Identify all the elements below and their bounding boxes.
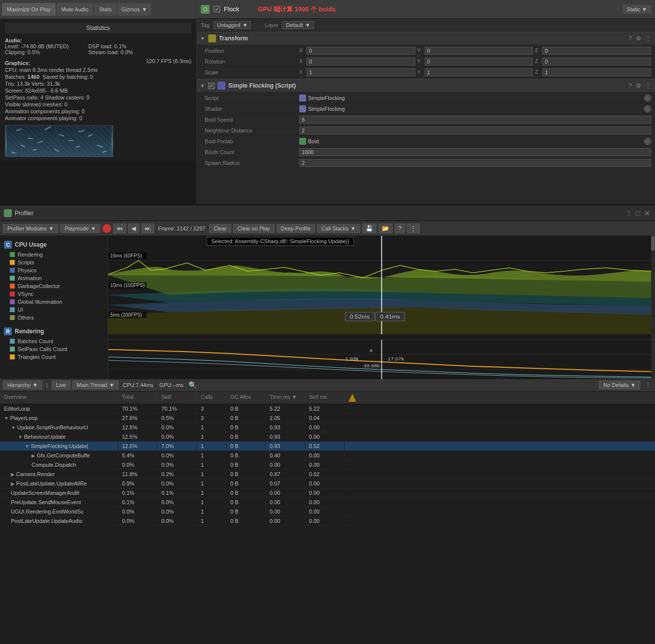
- transform-help-button[interactable]: ?: [627, 35, 633, 42]
- legend-item-ui[interactable]: UI: [0, 306, 108, 314]
- legend-item-physics[interactable]: Physics: [0, 266, 108, 274]
- table-row[interactable]: ▶ Camera.Render 11.8% 0.2% 1 0 B 0.87 0.…: [0, 470, 655, 479]
- profiler-close-button[interactable]: ✕: [643, 209, 651, 217]
- no-details-button[interactable]: No Details ▼: [599, 381, 640, 389]
- transform-menu-button[interactable]: ⋮: [644, 35, 652, 42]
- profiler-load-button[interactable]: 📂: [378, 224, 393, 233]
- script-target-icon[interactable]: ◎: [644, 95, 651, 101]
- table-row[interactable]: EditorLoop 70.1% 70.1% 3 0 B 5.22 5.22: [0, 404, 655, 414]
- scrollbar-thumb[interactable]: [651, 236, 655, 251]
- legend-item-animation[interactable]: Animation: [0, 274, 108, 282]
- table-row[interactable]: ▶ Gfx.GetComputeBuffe 5.4% 0.0% 1 0 B 0.…: [0, 451, 655, 460]
- col-calls[interactable]: Calls: [197, 392, 226, 404]
- row-timems: 5.22: [266, 404, 305, 413]
- profiler-chart-area[interactable]: Selected: Assembly-CSharp.dll!::SimpleFl…: [108, 236, 655, 379]
- script-menu-button[interactable]: ⋮: [644, 82, 652, 89]
- profiler-help-button[interactable]: ?: [395, 224, 405, 233]
- rendering-legend-item-setpass-calls-count[interactable]: SetPass Calls Count: [0, 345, 108, 353]
- skip-back-button[interactable]: ⏮: [113, 224, 126, 233]
- scale-x-input[interactable]: [307, 68, 415, 76]
- table-row[interactable]: UpdateScreenManagerAndIr 0.1% 0.1% 1 0 B…: [0, 488, 655, 498]
- transform-settings-button[interactable]: ⚙: [635, 35, 642, 42]
- thread-dropdown[interactable]: Main Thread ▼: [72, 381, 119, 389]
- transform-header[interactable]: ▼ Transform ? ⚙ ⋮: [197, 32, 655, 45]
- table-row[interactable]: UGUI.Rendering.EmitWorldSc 0.0% 0.0% 1 0…: [0, 507, 655, 516]
- step-back-button[interactable]: ◀: [128, 224, 139, 233]
- table-row[interactable]: ▼ SimpleFlocking.Update( 12.5% 7.0% 1 0 …: [0, 442, 655, 451]
- profiler-save-button[interactable]: 💾: [362, 224, 376, 233]
- active-checkbox[interactable]: [214, 6, 220, 12]
- cpu-chart[interactable]: 0.52ms 0.41ms 16ms (60FPS) 10ms (100FPS)…: [108, 236, 655, 339]
- live-button[interactable]: Live: [52, 381, 70, 389]
- profiler-menu-button[interactable]: ⋮: [624, 209, 633, 217]
- table-row[interactable]: ▼ Update.ScriptRunBehaviourU 12.5% 0.0% …: [0, 423, 655, 432]
- script-header[interactable]: ▼ Simple Flocking (Script) ? ⚙ ⋮: [197, 79, 655, 93]
- position-z-input[interactable]: [542, 47, 651, 55]
- tag-label: Tag: [201, 22, 210, 28]
- maximize-on-play-button[interactable]: Maximize On Play: [2, 3, 56, 16]
- profiler-table[interactable]: Overview Total Self Calls GC Alloc Time …: [0, 392, 655, 644]
- profiler-min-button[interactable]: □: [635, 209, 641, 217]
- table-row[interactable]: Compute.Dispatch 0.0% 0.0% 1 0 B 0.00 0.…: [0, 460, 655, 470]
- script-active-checkbox[interactable]: [208, 83, 215, 89]
- col-selfms[interactable]: Self ms: [305, 392, 344, 404]
- boid-prefab-target-icon[interactable]: ◎: [644, 138, 651, 145]
- table-row[interactable]: ▼ PlayerLoop 27.6% 0.5% 3 0 B 2.05 0.04: [0, 414, 655, 423]
- row-total: 12.5%: [118, 442, 157, 451]
- position-x-input[interactable]: [307, 47, 415, 55]
- position-y-input[interactable]: [425, 47, 533, 55]
- legend-item-scripts[interactable]: Scripts: [0, 258, 108, 266]
- gizmos-button[interactable]: Gizmos ▼: [118, 3, 151, 16]
- legend-item-global-illumination[interactable]: Global Illumination: [0, 298, 108, 306]
- search-button[interactable]: 🔍: [187, 381, 198, 389]
- svg-rect-25: [10, 339, 15, 344]
- row-calls: 1: [197, 488, 226, 497]
- legend-item-rendering[interactable]: Rendering: [0, 251, 108, 258]
- static-button[interactable]: Static ▼: [623, 5, 651, 14]
- rotation-x-input[interactable]: [307, 58, 415, 65]
- tag-dropdown[interactable]: Untagged ▼: [214, 21, 251, 29]
- profiler-modules-button[interactable]: Profiler Modules ▼: [3, 224, 58, 233]
- col-self[interactable]: Self: [157, 392, 197, 404]
- rendering-legend-item-batches-count[interactable]: Batches Count: [0, 337, 108, 345]
- col-overview[interactable]: Overview: [0, 392, 118, 404]
- shader-target-icon[interactable]: ◎: [644, 105, 651, 112]
- boids-count-input[interactable]: [299, 148, 651, 156]
- rotation-z-input[interactable]: [542, 58, 651, 65]
- stats-button[interactable]: Stats: [94, 3, 117, 16]
- clear-on-play-button[interactable]: Clear on Play: [233, 224, 275, 233]
- playmode-button[interactable]: Playmode ▼: [60, 224, 100, 233]
- rendering-chart[interactable]: 4 1.93k 17.07k 39.68k: [108, 339, 655, 379]
- clear-button[interactable]: Clear: [209, 224, 231, 233]
- script-settings-button[interactable]: ⚙: [635, 82, 642, 89]
- scale-z-input[interactable]: [542, 68, 651, 76]
- step-forward-button[interactable]: ⏭: [141, 224, 154, 233]
- rendering-legend-item-triangles-count[interactable]: Triangles Count: [0, 353, 108, 361]
- hierarchy-dropdown[interactable]: Hierarchy ▼: [3, 381, 42, 389]
- boid-speed-input[interactable]: [299, 116, 651, 124]
- neighbour-distance-input[interactable]: [299, 127, 651, 134]
- col-total[interactable]: Total: [118, 392, 157, 404]
- layer-dropdown[interactable]: Default ▼: [282, 21, 314, 29]
- profiler-more-button[interactable]: ⋮: [407, 224, 420, 233]
- spawn-radius-input[interactable]: [299, 159, 651, 167]
- col-gc[interactable]: GC Alloc: [226, 392, 266, 404]
- legend-item-garbagecollector[interactable]: GarbageCollector: [0, 282, 108, 290]
- hierarchy-more-button[interactable]: ⋮: [644, 382, 652, 388]
- scale-y-input[interactable]: [425, 68, 533, 76]
- deep-profile-button[interactable]: Deep Profile: [277, 224, 315, 233]
- table-row[interactable]: PostLateUpdate.UpdateAudio 0.0% 0.0% 1 0…: [0, 516, 655, 526]
- rotation-y-input[interactable]: [425, 58, 533, 65]
- legend-item-vsync[interactable]: VSync: [0, 290, 108, 298]
- mute-audio-button[interactable]: Mute Audio: [57, 3, 94, 16]
- row-timems: 0.40: [266, 451, 305, 460]
- script-help-button[interactable]: ?: [627, 82, 633, 89]
- legend-item-others[interactable]: Others: [0, 314, 108, 322]
- call-stacks-button[interactable]: Call Stacks ▼: [317, 224, 360, 233]
- col-timems[interactable]: Time ms ▼: [266, 392, 305, 404]
- chart-scrollbar[interactable]: [651, 236, 655, 379]
- table-row[interactable]: ▶ PostLateUpdate.UpdateAllRe 0.9% 0.0% 1…: [0, 479, 655, 488]
- table-row[interactable]: ▼ BehaviourUpdate 12.5% 0.0% 1 0 B 0.93 …: [0, 432, 655, 442]
- table-row[interactable]: PreUpdate.SendMouseEvent 0.1% 0.0% 1 0 B…: [0, 498, 655, 507]
- record-button[interactable]: [102, 224, 111, 233]
